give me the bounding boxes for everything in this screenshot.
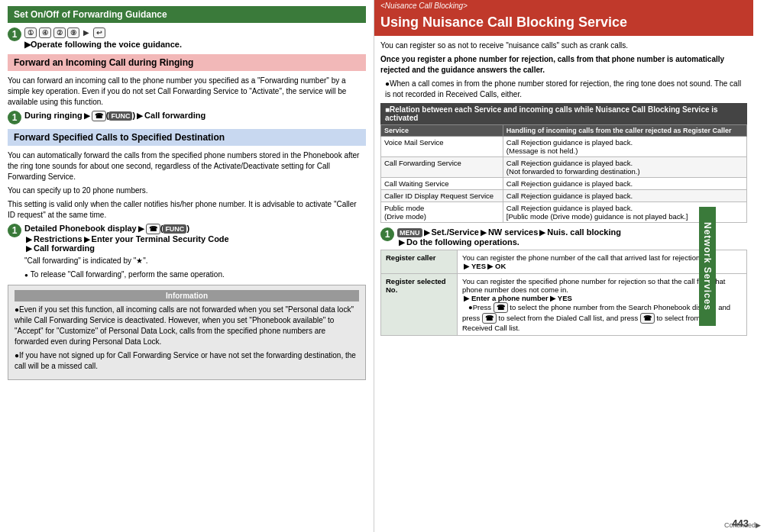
service-voice-mail: Voice Mail Service [381,136,503,156]
body2: You can specify up to 20 phone numbers. [8,185,366,196]
section-forward-specified-header: Forward Specified Calls to Specified Des… [8,129,366,146]
relation-header: ■Relation between each Service and incom… [380,103,747,124]
step-3-desc: Detailed Phonebook display▶☎(FUNC) ▶Rest… [24,224,366,253]
info-bullet1: ●Even if you set this function, all inco… [15,305,359,347]
right-body2: Once you register a phone number for rej… [380,54,747,76]
right-content: <Nuisance Call Blocking> Using Nuisance … [374,0,753,340]
step-1-row: 1 ① ④ ② ⑨ ▶ ↩ ▶Operate following the voi… [8,27,366,50]
service-public-mode: Public mode(Drive mode) [381,202,503,222]
step-2-content: During ringing▶☎(FUNC)▶Call forwarding [24,111,366,121]
nuisance-tag: <Nuisance Call Blocking> [374,0,753,11]
section-forward-ringing: Forward an Incoming Call during Ringing … [8,54,366,124]
table-row: Call Forwarding Service Call Rejection g… [381,156,747,177]
right-column: <Nuisance Call Blocking> Using Nuisance … [374,0,767,532]
step-1-desc: ▶Operate following the voice guidance. [24,40,366,50]
step-1-content: ① ④ ② ⑨ ▶ ↩ ▶Operate following the voice… [24,27,366,50]
right-bullet1: ●When a call comes in from the phone num… [385,79,747,100]
handling-caller-id: Call Rejection guidance is played back. [503,189,746,202]
right-step-1-row: 1 MENU▶Set./Service▶NW services▶Nuis. ca… [380,227,747,247]
register-selected-label: Register selected No. [381,273,458,335]
table-header-service: Service [381,124,503,136]
right-body1: You can register so as not to receive "n… [380,40,747,51]
right-body: You can register so as not to receive "n… [374,36,753,340]
register-table: Register caller You can register the pho… [380,250,747,336]
section-forward-ringing-body: You can forward an incoming call to the … [8,76,366,108]
step-1-keys: ① ④ ② ⑨ ▶ ↩ [24,27,366,38]
step-number-2: 1 [8,111,21,124]
right-step-number-1: 1 [380,227,394,241]
right-step-1-content: MENU▶Set./Service▶NW services▶Nuis. call… [397,227,747,247]
info-bullet2: ●If you have not signed up for Call Forw… [15,350,359,372]
handling-call-waiting: Call Rejection guidance is played back. [503,177,746,189]
service-call-waiting: Call Waiting Service [381,177,503,189]
step-number-1: 1 [8,27,21,41]
body1: You can automatically forward the calls … [8,150,366,182]
network-services-label: Network Services [699,206,716,325]
table-row: Caller ID Display Request Service Call R… [381,189,747,202]
note1: "Call forwarding" is indicated by "★". [24,256,366,266]
register-caller-label: Register caller [381,250,458,273]
info-box-header: Information [15,290,359,301]
handling-voice-mail: Call Rejection guidance is played back.(… [503,136,746,156]
table-row: Call Waiting Service Call Rejection guid… [381,177,747,189]
step-3-content: Detailed Phonebook display▶☎(FUNC) ▶Rest… [24,224,366,253]
left-column: Set On/Off of Forwarding Guidance 1 ① ④ … [0,0,374,532]
information-box: Information ●Even if you set this functi… [8,285,366,380]
register-selected-row: Register selected No. You can register t… [381,273,747,335]
continued-label: Continued▶ [724,521,761,529]
service-caller-id: Caller ID Display Request Service [381,189,503,202]
table-row: Public mode(Drive mode) Call Rejection g… [381,202,747,222]
section-set-onoff: Set On/Off of Forwarding Guidance 1 ① ④ … [8,6,366,50]
service-table: Service Handling of incoming calls from … [380,124,747,223]
body3: This setting is valid only when the call… [8,199,366,221]
step-2-row: 1 During ringing▶☎(FUNC)▶Call forwarding [8,111,366,124]
section-set-onoff-header: Set On/Off of Forwarding Guidance [8,6,366,23]
section-forward-specified: Forward Specified Calls to Specified Des… [8,129,366,280]
table-row: Voice Mail Service Call Rejection guidan… [381,136,747,156]
register-caller-row: Register caller You can register the pho… [381,250,747,273]
section-forward-ringing-header: Forward an Incoming Call during Ringing [8,54,366,71]
step-2-desc: During ringing▶☎(FUNC)▶Call forwarding [24,111,366,121]
step-3-row: 1 Detailed Phonebook display▶☎(FUNC) ▶Re… [8,224,366,253]
right-step-1-desc: MENU▶Set./Service▶NW services▶Nuis. call… [397,227,747,247]
step-number-3: 1 [8,224,21,237]
table-header-handling: Handling of incoming calls from the call… [503,124,746,136]
handling-call-forwarding: Call Rejection guidance is played back.(… [503,156,746,177]
nuisance-title: Using Nuisance Call Blocking Service [374,11,753,36]
note2: To release "Call forwarding", perform th… [24,269,366,280]
service-call-forwarding: Call Forwarding Service [381,156,503,177]
